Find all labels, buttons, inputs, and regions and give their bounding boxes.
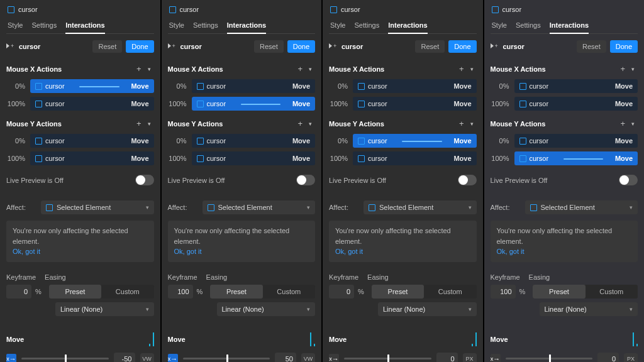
chevron-down-icon[interactable]: ▾ <box>628 121 638 127</box>
keyframe-percent[interactable]: 100% <box>329 100 348 107</box>
add-action-icon[interactable]: + <box>133 119 145 128</box>
tab-interactions[interactable]: Interactions <box>65 18 104 34</box>
action-item[interactable]: cursorMove <box>192 134 316 148</box>
action-item[interactable]: cursorMove <box>353 134 477 148</box>
keyframe-percent[interactable]: 0% <box>329 82 348 90</box>
affect-select[interactable]: Selected Element▾ <box>364 200 477 214</box>
easing-segment[interactable]: PresetCustom <box>49 285 154 299</box>
action-item[interactable]: cursorMove <box>514 134 638 148</box>
preset-option[interactable]: Preset <box>210 285 262 299</box>
reset-button[interactable]: Reset <box>577 40 606 53</box>
axis-x-value[interactable]: 0 <box>436 353 458 363</box>
axis-x-slider[interactable] <box>506 358 593 359</box>
action-item[interactable]: cursorMove <box>30 134 154 148</box>
axis-x-value[interactable]: 50 <box>275 353 296 363</box>
keyframe-percent[interactable]: 100% <box>168 100 187 107</box>
chevron-down-icon[interactable]: ▾ <box>145 121 154 127</box>
axis-x-unit[interactable]: VW <box>301 353 315 363</box>
axis-x-slider[interactable] <box>344 358 431 359</box>
tab-interactions[interactable]: Interactions <box>227 18 266 34</box>
chevron-down-icon[interactable]: ▾ <box>628 66 638 72</box>
keyframe-percent[interactable]: 0% <box>6 82 25 90</box>
live-preview-toggle[interactable] <box>135 175 154 185</box>
tab-style[interactable]: Style <box>330 18 345 33</box>
axis-x-icon[interactable]: x→ <box>6 354 16 363</box>
easing-segment[interactable]: PresetCustom <box>372 285 477 299</box>
action-item[interactable]: cursorMove <box>514 97 638 111</box>
tab-style[interactable]: Style <box>492 18 507 33</box>
custom-option[interactable]: Custom <box>263 285 315 299</box>
easing-select[interactable]: Linear (None)▾ <box>378 302 477 316</box>
done-button[interactable]: Done <box>448 40 476 53</box>
axis-x-unit[interactable]: PX <box>624 353 638 363</box>
action-item[interactable]: cursorMove <box>192 97 316 111</box>
affect-select[interactable]: Selected Element▾ <box>203 200 316 214</box>
dismiss-note-link[interactable]: Ok, got it <box>497 248 525 255</box>
action-item[interactable]: cursorMove <box>353 151 477 165</box>
tab-interactions[interactable]: Interactions <box>388 18 427 34</box>
easing-segment[interactable]: PresetCustom <box>533 285 638 299</box>
done-button[interactable]: Done <box>287 40 315 53</box>
tab-interactions[interactable]: Interactions <box>550 18 589 34</box>
axis-x-slider[interactable] <box>183 358 270 359</box>
easing-select[interactable]: Linear (None)▾ <box>55 302 154 316</box>
dismiss-note-link[interactable]: Ok, got it <box>13 248 40 255</box>
action-item[interactable]: cursorMove <box>30 79 154 93</box>
reset-button[interactable]: Reset <box>92 40 122 53</box>
reset-button[interactable]: Reset <box>415 40 445 53</box>
custom-option[interactable]: Custom <box>424 285 476 299</box>
done-button[interactable]: Done <box>610 40 638 53</box>
add-action-icon[interactable]: + <box>456 64 467 74</box>
keyframe-percent[interactable]: 100% <box>491 100 509 107</box>
keyframe-input[interactable]: 100 <box>168 285 193 299</box>
keyframe-percent[interactable]: 100% <box>6 155 25 162</box>
axis-x-value[interactable]: -50 <box>114 353 135 363</box>
keyframe-percent[interactable]: 100% <box>168 155 187 162</box>
axis-x-icon[interactable]: x→ <box>491 354 501 363</box>
keyframe-percent[interactable]: 0% <box>491 82 509 90</box>
custom-option[interactable]: Custom <box>101 285 153 299</box>
affect-select[interactable]: Selected Element▾ <box>525 200 638 214</box>
axis-x-slider[interactable] <box>21 358 109 359</box>
tab-style[interactable]: Style <box>169 18 184 33</box>
keyframe-percent[interactable]: 100% <box>329 155 348 162</box>
keyframe-input[interactable]: 0 <box>329 285 354 299</box>
action-item[interactable]: cursorMove <box>514 151 638 165</box>
axis-x-value[interactable]: 0 <box>597 353 619 363</box>
reset-button[interactable]: Reset <box>254 40 284 53</box>
dismiss-note-link[interactable]: Ok, got it <box>174 248 202 255</box>
add-action-icon[interactable]: + <box>133 64 145 74</box>
keyframe-percent[interactable]: 0% <box>6 137 25 145</box>
keyframe-percent[interactable]: 0% <box>168 82 187 90</box>
preset-option[interactable]: Preset <box>533 285 585 299</box>
action-item[interactable]: cursorMove <box>353 79 477 93</box>
easing-segment[interactable]: PresetCustom <box>210 285 315 299</box>
action-item[interactable]: cursorMove <box>353 97 477 111</box>
add-action-icon[interactable]: + <box>456 119 467 128</box>
keyframe-percent[interactable]: 0% <box>168 137 187 145</box>
add-action-icon[interactable]: + <box>294 119 306 128</box>
axis-x-unit[interactable]: VW <box>140 353 154 363</box>
action-item[interactable]: cursorMove <box>192 79 316 93</box>
add-action-icon[interactable]: + <box>294 64 306 74</box>
tab-settings[interactable]: Settings <box>354 18 379 33</box>
tab-settings[interactable]: Settings <box>516 18 541 33</box>
action-item[interactable]: cursorMove <box>514 79 638 93</box>
tab-style[interactable]: Style <box>8 18 23 33</box>
add-action-icon[interactable]: + <box>617 119 628 128</box>
action-item[interactable]: cursorMove <box>192 151 316 165</box>
live-preview-toggle[interactable] <box>296 175 315 185</box>
preset-option[interactable]: Preset <box>372 285 424 299</box>
keyframe-input[interactable]: 0 <box>6 285 31 299</box>
keyframe-percent[interactable]: 0% <box>329 137 348 145</box>
axis-x-icon[interactable]: x→ <box>168 354 178 363</box>
chevron-down-icon[interactable]: ▾ <box>467 66 477 72</box>
preset-option[interactable]: Preset <box>49 285 101 299</box>
axis-x-unit[interactable]: PX <box>463 353 477 363</box>
keyframe-percent[interactable]: 100% <box>6 100 25 107</box>
live-preview-toggle[interactable] <box>619 175 638 185</box>
custom-option[interactable]: Custom <box>586 285 638 299</box>
keyframe-percent[interactable]: 100% <box>491 155 509 162</box>
action-item[interactable]: cursorMove <box>30 97 154 111</box>
keyframe-percent[interactable]: 0% <box>491 137 509 145</box>
